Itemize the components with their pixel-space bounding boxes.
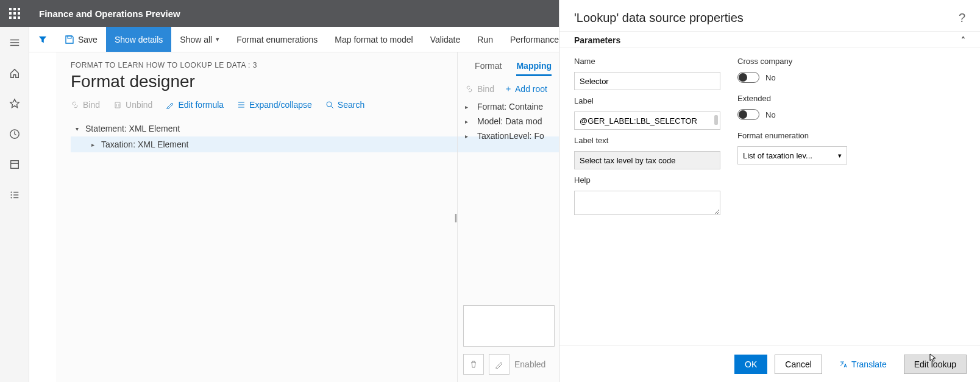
placeholder-textarea[interactable]: [463, 305, 555, 347]
bottom-controls: Enabled: [463, 305, 555, 375]
home-icon[interactable]: [0, 62, 29, 84]
svg-rect-2: [18, 8, 20, 10]
validate-button[interactable]: Validate: [422, 27, 469, 52]
twisty-collapsed-icon[interactable]: ▸: [89, 141, 96, 148]
tab-mapping[interactable]: Mapping: [516, 61, 552, 76]
svg-point-12: [10, 194, 12, 196]
modules-list-icon[interactable]: [0, 184, 29, 206]
recent-clock-icon[interactable]: [0, 123, 29, 145]
favorites-star-icon[interactable]: [0, 93, 29, 115]
label-input[interactable]: [574, 111, 720, 130]
ok-button[interactable]: OK: [734, 355, 767, 374]
svg-rect-10: [10, 161, 18, 169]
name-input[interactable]: [574, 72, 720, 90]
panel-footer: OK Cancel Translate Edit lookup: [559, 345, 980, 382]
svg-rect-6: [9, 16, 12, 19]
format-enum-select[interactable]: List of taxation lev... ▾: [737, 146, 847, 164]
edit-formula-button[interactable]: Edit formula: [166, 100, 224, 110]
chevron-up-icon[interactable]: ˄: [961, 35, 965, 45]
show-details-button[interactable]: Show details: [106, 27, 171, 52]
mapping-bind-button[interactable]: Bind: [465, 83, 494, 94]
search-button[interactable]: Search: [325, 100, 364, 110]
edit-button[interactable]: [489, 354, 510, 375]
save-label: Save: [78, 35, 98, 44]
help-label: Help: [574, 175, 720, 185]
svg-rect-4: [13, 12, 16, 15]
svg-rect-7: [13, 16, 16, 19]
format-enumerations-button[interactable]: Format enumerations: [228, 27, 326, 52]
svg-rect-8: [18, 16, 20, 19]
chevron-down-icon: ▾: [216, 35, 219, 43]
cancel-button[interactable]: Cancel: [775, 355, 822, 374]
enabled-label: Enabled: [514, 359, 545, 369]
translate-button[interactable]: Translate: [829, 355, 897, 374]
lookup-properties-panel: 'Lookup' data source properties ? Parame…: [559, 0, 980, 382]
help-textarea[interactable]: [574, 191, 720, 215]
delete-button[interactable]: [463, 354, 484, 375]
name-label: Name: [574, 57, 720, 66]
save-button[interactable]: Save: [56, 27, 106, 52]
map-row-model[interactable]: ▸Model: Data mod: [465, 114, 552, 129]
app-title: Finance and Operations Preview: [29, 9, 180, 19]
unbind-button[interactable]: Unbind: [113, 100, 152, 110]
map-row-format[interactable]: ▸Format: Containe: [465, 99, 552, 114]
expand-collapse-button[interactable]: Expand/collapse: [237, 100, 312, 110]
mapping-toolbar: Bind ＋ Add root: [465, 83, 552, 94]
svg-point-15: [327, 102, 332, 107]
run-button[interactable]: Run: [469, 27, 502, 52]
workspaces-icon[interactable]: [0, 154, 29, 175]
format-enum-label: Format enumeration: [737, 131, 847, 140]
map-format-to-model-button[interactable]: Map format to model: [326, 27, 421, 52]
extended-toggle[interactable]: No: [737, 109, 847, 120]
label-text-label: Label text: [574, 136, 720, 145]
scrollbar-indicator: [714, 115, 718, 125]
show-all-dropdown[interactable]: Show all ▾: [171, 27, 228, 52]
svg-rect-1: [13, 8, 16, 10]
filter-icon[interactable]: [38, 35, 47, 44]
bind-button[interactable]: Bind: [71, 100, 100, 110]
twisty-expanded-icon[interactable]: ▾: [73, 126, 80, 132]
cross-company-label: Cross company: [737, 57, 847, 66]
panel-body: Name Label Label text Help Cross company…: [559, 48, 980, 224]
help-icon[interactable]: ?: [959, 11, 965, 25]
hamburger-menu-button[interactable]: [0, 32, 29, 54]
cross-company-toggle[interactable]: No: [737, 72, 847, 83]
plus-icon: ＋: [504, 83, 513, 94]
label-label: Label: [574, 96, 720, 105]
chevron-down-icon: ▾: [838, 152, 842, 160]
format-mapping-tabs: Format Mapping: [475, 61, 552, 76]
mapping-tree: ▸Format: Containe ▸Model: Data mod ▸Taxa…: [465, 99, 552, 143]
app-launcher-button[interactable]: [0, 0, 29, 27]
label-text-display: [574, 151, 720, 169]
svg-rect-3: [9, 12, 12, 15]
left-nav-rail: [0, 27, 29, 382]
svg-point-11: [10, 191, 12, 193]
panel-title: 'Lookup' data source properties: [574, 11, 744, 25]
svg-rect-5: [18, 12, 20, 15]
map-row-taxationlevel[interactable]: ▸TaxationLevel: Fo: [465, 129, 552, 143]
svg-rect-0: [9, 8, 12, 10]
tab-format[interactable]: Format: [475, 61, 502, 76]
extended-label: Extended: [737, 94, 847, 103]
parameters-section-header[interactable]: Parameters ˄: [559, 31, 980, 48]
add-root-button[interactable]: ＋ Add root: [504, 83, 547, 94]
translate-icon: [839, 360, 848, 369]
edit-lookup-button[interactable]: Edit lookup: [904, 355, 967, 374]
svg-point-13: [10, 197, 12, 198]
